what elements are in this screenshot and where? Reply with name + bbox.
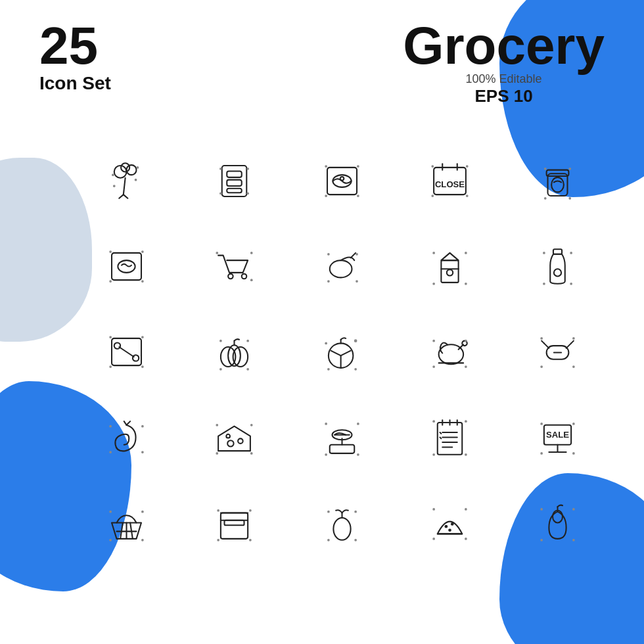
svg-rect-40 (112, 252, 141, 279)
svg-point-155 (572, 423, 575, 425)
svg-point-111 (572, 337, 575, 340)
pumpkin-icon (180, 309, 288, 394)
svg-point-75 (109, 336, 112, 338)
svg-point-31 (465, 195, 468, 197)
svg-point-8 (134, 178, 137, 181)
scale-icon (288, 394, 396, 480)
box-icon (180, 480, 288, 565)
candy-icon (503, 309, 611, 394)
svg-point-35 (551, 177, 564, 192)
svg-point-56 (327, 280, 330, 283)
svg-point-16 (246, 192, 249, 195)
svg-point-181 (444, 524, 448, 528)
svg-point-157 (540, 452, 543, 455)
svg-point-20 (340, 176, 344, 180)
svg-point-42 (109, 250, 112, 253)
svg-point-103 (432, 365, 435, 368)
svg-point-183 (448, 528, 451, 532)
svg-point-164 (141, 538, 144, 541)
svg-point-94 (327, 367, 330, 370)
svg-point-172 (249, 538, 252, 541)
svg-point-60 (446, 269, 452, 275)
svg-point-53 (327, 252, 330, 255)
svg-point-29 (431, 165, 434, 168)
svg-rect-13 (227, 188, 242, 193)
svg-line-52 (350, 252, 356, 258)
svg-point-21 (325, 165, 327, 168)
svg-rect-65 (553, 249, 561, 254)
svg-point-95 (354, 367, 357, 370)
svg-point-122 (238, 438, 243, 444)
svg-point-92 (354, 339, 357, 342)
svg-point-73 (114, 342, 120, 348)
svg-point-171 (249, 509, 252, 511)
broccoli-icon (72, 138, 180, 223)
pear-icon (503, 480, 611, 565)
svg-point-54 (356, 252, 358, 255)
svg-point-14 (219, 167, 222, 170)
svg-point-78 (109, 365, 112, 368)
svg-point-6 (112, 173, 114, 176)
ham-icon (288, 223, 396, 309)
roast-chicken-icon (396, 309, 503, 394)
svg-point-69 (570, 282, 572, 285)
svg-point-83 (219, 339, 222, 342)
canned-fish-icon (288, 138, 396, 223)
svg-point-101 (465, 339, 467, 342)
svg-point-184 (432, 508, 435, 511)
svg-point-15 (246, 167, 249, 170)
svg-point-163 (141, 510, 144, 513)
basket-icon (72, 480, 180, 565)
svg-point-41 (118, 260, 135, 273)
svg-point-176 (327, 510, 330, 513)
svg-point-93 (325, 342, 327, 344)
svg-point-74 (132, 355, 138, 361)
meat-package-icon (72, 223, 180, 309)
svg-point-178 (354, 538, 357, 541)
svg-point-45 (109, 280, 112, 283)
svg-point-124 (216, 423, 218, 426)
svg-rect-128 (329, 444, 354, 453)
svg-line-108 (571, 340, 574, 343)
svg-line-145 (440, 437, 441, 438)
svg-point-162 (109, 510, 112, 513)
svg-point-177 (354, 510, 357, 513)
svg-point-187 (432, 538, 435, 540)
svg-point-135 (325, 453, 327, 455)
svg-point-50 (250, 279, 252, 281)
sausage-skewer-icon (180, 138, 288, 223)
svg-line-105 (543, 343, 549, 348)
svg-point-38 (568, 196, 571, 199)
svg-point-70 (543, 282, 545, 285)
svg-point-48 (216, 252, 218, 254)
svg-point-7 (136, 166, 139, 169)
eps-label: EPS 10 (403, 86, 605, 106)
title-right: Grocery 100% Editable EPS 10 (403, 20, 605, 106)
svg-point-148 (465, 453, 467, 455)
svg-point-125 (250, 423, 252, 426)
svg-line-106 (541, 340, 544, 343)
svg-line-3 (123, 177, 125, 194)
ketchup-bottle-icon (503, 223, 611, 309)
bone-package-icon (72, 309, 180, 394)
svg-point-149 (432, 453, 435, 455)
svg-line-72 (119, 347, 134, 357)
title-left: 25 Icon Set (39, 20, 111, 95)
svg-point-66 (553, 269, 561, 276)
svg-point-86 (219, 367, 222, 370)
svg-point-146 (432, 420, 435, 423)
svg-rect-167 (224, 520, 244, 525)
header: 25 Icon Set Grocery 100% Editable EPS 10 (0, 20, 644, 106)
svg-point-127 (216, 452, 218, 455)
svg-point-102 (465, 365, 467, 368)
icons-grid: CLOSE (72, 138, 611, 565)
svg-point-9 (112, 185, 115, 187)
svg-point-46 (228, 273, 233, 279)
svg-point-134 (357, 453, 359, 455)
svg-line-144 (440, 432, 441, 434)
svg-rect-10 (221, 166, 246, 196)
svg-line-89 (340, 350, 350, 356)
cheese-icon (180, 394, 288, 480)
svg-point-117 (141, 425, 144, 427)
svg-point-37 (568, 167, 571, 170)
